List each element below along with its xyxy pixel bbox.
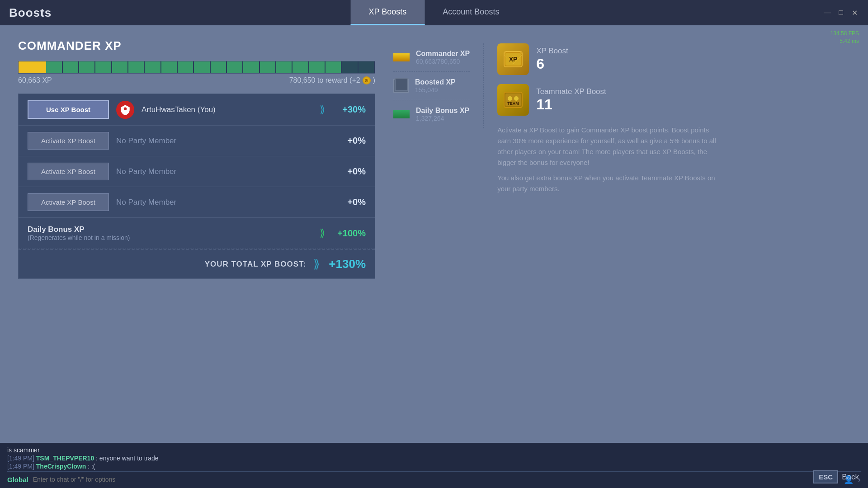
daily-bonus-chevron-icon: ⟫ [320,227,325,239]
xp-segment [194,61,210,73]
xp-segment [276,61,292,73]
teammate-boost-card-icon: TEAM [502,89,524,111]
boost-row-4: Activate XP Boost No Party Member +0% [19,187,375,218]
no-party-1: No Party Member [116,136,327,145]
xp-boost-count-item: XP XP Boost 6 [497,43,850,75]
boost-chevron-icon: ⟫ [320,104,325,116]
coin-icon: ⚙ [363,76,371,84]
xp-segment [211,61,227,73]
shield-icon [119,104,131,116]
xp-segment [79,61,95,73]
teammate-boost-count-item: TEAM Teammate XP Boost 11 [497,84,850,116]
xp-bar-labels: 60,663 XP 780,650 to reward (+2 ⚙ ) [18,76,375,84]
window-controls: — □ ✕ [823,8,859,17]
xp-boost-count-info: XP Boost 6 [536,47,568,72]
chat-messages: is scammer [1:49 PM] TSM_THEPVPER10 : en… [7,446,861,471]
minimize-button[interactable]: — [823,8,832,17]
daily-bonus-text: Daily Bonus XP (Regenerates while not in… [28,225,312,241]
close-button[interactable]: ✕ [850,8,859,17]
xp-boost-count: 6 [536,56,568,72]
total-boost-label: YOUR TOTAL XP BOOST: [205,260,307,269]
tab-account-boosts[interactable]: Account Boosts [425,0,517,25]
title-bar: Boosts XP Boosts Account Boosts — □ ✕ [0,0,868,25]
xp-segment [309,61,326,73]
xp-segment [95,61,112,73]
xp-bar-fill [19,61,46,73]
commander-xp-bar-icon [393,53,410,61]
teammate-boost-count: 11 [536,96,606,113]
total-chevron-icon: ⟫ [313,257,320,271]
commander-xp-title: COMMANDER XP [18,39,375,53]
xp-boost-card-icon: XP [502,48,524,70]
boost-percent-4: +0% [334,197,366,207]
daily-bonus-subtitle: (Regenerates while not in a mission) [28,234,312,241]
back-label: Back [842,473,859,482]
boost-row-3: Activate XP Boost No Party Member +0% [19,156,375,187]
xp-segment [227,61,243,73]
xp-summary: Commander XP 60,663/780,650 Boosted XP 1… [393,43,484,128]
esc-key[interactable]: ESC [813,470,838,483]
xp-segment [243,61,259,73]
activate-xp-boost-button-3[interactable]: Activate XP Boost [28,193,109,211]
main-content: COMMANDER XP [0,25,868,443]
boosted-xp-stack-icon [393,79,409,93]
boosted-xp-summary-text: Boosted XP 155,049 [415,78,470,94]
right-panel: Commander XP 60,663/780,650 Boosted XP 1… [393,39,850,443]
no-party-3: No Party Member [116,198,327,207]
chat-message-2: [1:49 PM] TSM_THEPVPER10 : enyone want t… [7,455,861,462]
daily-bonus-title: Daily Bonus XP [28,225,312,234]
xp-segment [260,61,276,73]
xp-segment [178,61,194,73]
description-2: You also get extra bonus XP when you act… [497,173,723,194]
xp-segment [145,61,161,73]
boost-row-1: Use XP Boost ArtuHwasTaken (You) ⟫ +30% [19,94,375,126]
boosted-xp-icon-group [393,79,409,93]
xp-bar-segments [46,61,375,73]
boost-count-section: XP XP Boost 6 [497,43,850,116]
teammate-boost-icon: TEAM [497,84,529,116]
no-party-2: No Party Member [116,167,327,176]
current-xp-label: 60,663 XP [18,76,52,84]
use-xp-boost-button[interactable]: Use XP Boost [28,100,109,119]
xp-segment [292,61,309,73]
boost-percent-3: +0% [334,166,366,177]
player-avatar [116,101,134,119]
chat-area: is scammer [1:49 PM] TSM_THEPVPER10 : en… [0,443,868,488]
svg-point-0 [124,107,127,110]
tab-xp-boosts[interactable]: XP Boosts [351,0,425,25]
daily-bonus-row: Daily Bonus XP (Regenerates while not in… [19,218,375,249]
daily-bonus-percent: +100% [334,228,366,239]
xp-segment [63,61,79,73]
xp-segment [161,61,178,73]
fps-overlay: 134.58 FPS 5.42 ms [830,30,859,45]
xp-segment [128,61,145,73]
player-name-1: ArtuHwasTaken (You) [142,105,312,114]
boost-row-2: Activate XP Boost No Party Member +0% [19,126,375,156]
xp-summary-row-daily: Daily Bonus XP 1,327,264 [393,100,470,128]
xp-summary-row-commander: Commander XP 60,663/780,650 [393,43,470,72]
xp-segment [326,61,342,73]
esc-back: ESC Back [813,470,859,483]
xp-bar-container: 60,663 XP 780,650 to reward (+2 ⚙ ) [18,61,375,84]
boost-counts-desc: XP XP Boost 6 [497,43,850,194]
maximize-button[interactable]: □ [836,8,845,17]
svg-text:XP: XP [509,56,518,63]
xp-boost-icon: XP [497,43,529,75]
boost-percent-1: +30% [334,104,366,115]
chat-input[interactable] [33,476,839,483]
activate-xp-boost-button-1[interactable]: Activate XP Boost [28,132,109,150]
boost-summary-area: Commander XP 60,663/780,650 Boosted XP 1… [393,43,850,194]
xp-segment [342,61,358,73]
description-1: Activate a XP Boost to gain Commander XP… [497,125,723,168]
daily-bonus-bar-icon [393,110,410,118]
tab-container: XP Boosts Account Boosts [351,0,518,25]
xp-segment [112,61,128,73]
chat-input-row: Global 👤 › [7,471,861,484]
boost-percent-2: +0% [334,136,366,146]
xp-segment [359,61,375,73]
xp-boost-name: XP Boost [536,47,568,56]
activate-xp-boost-button-2[interactable]: Activate XP Boost [28,163,109,180]
window-title: Boosts [9,6,52,20]
svg-point-8 [514,96,519,101]
boost-panel: Use XP Boost ArtuHwasTaken (You) ⟫ +30% … [18,94,375,279]
